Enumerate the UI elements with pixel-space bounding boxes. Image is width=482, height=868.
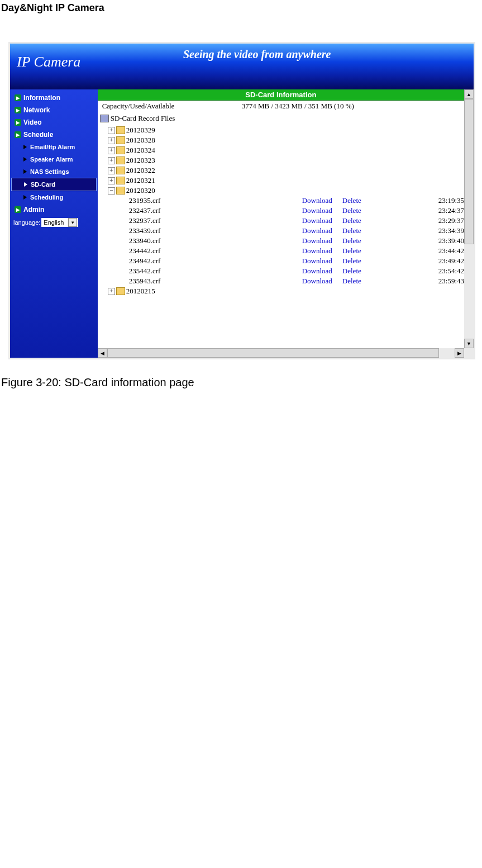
delete-link[interactable]: Delete — [342, 257, 361, 265]
delete-link[interactable]: Delete — [342, 267, 361, 276]
delete-link[interactable]: Delete — [342, 206, 361, 215]
folder-icon — [116, 156, 125, 164]
file-row: 232937.crfDownloadDelete23:29:37 — [129, 216, 464, 226]
file-row: 234942.crfDownloadDelete23:49:42 — [129, 256, 464, 266]
folder-name: 20120322 — [126, 166, 155, 175]
delete-link[interactable]: Delete — [342, 226, 361, 235]
file-time: 23:19:35 — [438, 196, 464, 205]
expand-icon[interactable]: + — [108, 167, 115, 174]
file-name: 234942.crf — [129, 257, 302, 265]
folder-node[interactable]: +20120323 — [108, 155, 464, 165]
chevron-icon: ▶ — [15, 206, 21, 213]
file-time: 23:24:37 — [438, 206, 464, 215]
scroll-left-button[interactable]: ◀ — [98, 348, 107, 358]
file-name: 235943.crf — [129, 277, 302, 286]
download-link[interactable]: Download — [302, 226, 332, 235]
scroll-down-button[interactable]: ▼ — [464, 339, 474, 348]
folder-node[interactable]: +20120215 — [108, 286, 464, 296]
download-link[interactable]: Download — [302, 277, 332, 286]
content-area: SD-Card Information Capacity/Used/Availa… — [98, 89, 474, 358]
language-select[interactable]: English ▼ — [41, 218, 78, 227]
sidebar-item-information[interactable]: ▶Information — [10, 92, 98, 104]
expand-icon[interactable]: + — [108, 288, 115, 295]
scroll-thumb[interactable] — [464, 99, 474, 244]
disk-icon — [100, 115, 109, 122]
file-name: 231935.crf — [129, 196, 302, 205]
download-link[interactable]: Download — [302, 246, 332, 255]
sidebar-item-speaker-alarm[interactable]: Speaker Alarm — [10, 153, 98, 165]
folder-node[interactable]: +20120321 — [108, 176, 464, 186]
folder-name: 20120329 — [126, 126, 155, 135]
expand-icon[interactable]: + — [108, 127, 115, 134]
sidebar-item-label: Email/ftp Alarm — [30, 144, 75, 150]
folder-node-open[interactable]: −20120320 — [108, 186, 464, 196]
sidebar-item-label: Video — [23, 118, 41, 126]
chevron-icon: ▶ — [15, 107, 21, 113]
folder-icon — [116, 177, 125, 184]
collapse-icon[interactable]: − — [108, 187, 115, 195]
folder-node[interactable]: +20120324 — [108, 145, 464, 155]
delete-link[interactable]: Delete — [342, 236, 361, 245]
sidebar-item-video[interactable]: ▶Video — [10, 116, 98, 129]
expand-icon[interactable]: + — [108, 137, 115, 144]
delete-link[interactable]: Delete — [342, 216, 361, 225]
triangle-icon — [23, 145, 27, 149]
doc-title: Day&Night IP Camera — [0, 0, 482, 14]
folder-icon — [116, 126, 125, 134]
horizontal-scrollbar[interactable]: ◀ ▶ — [98, 348, 464, 358]
folder-node[interactable]: +20120328 — [108, 135, 464, 145]
triangle-icon — [24, 182, 27, 187]
folder-name: 20120320 — [126, 186, 155, 195]
sidebar-item-label: Information — [23, 94, 60, 102]
app-window: IP Camera Seeing the video from anywhere… — [8, 42, 475, 359]
scrollbar-corner — [464, 348, 474, 358]
file-row: 235442.crfDownloadDelete23:54:42 — [129, 266, 464, 276]
folder-name: 20120323 — [126, 156, 155, 165]
file-name: 235442.crf — [129, 267, 302, 276]
file-time: 23:34:39 — [438, 226, 464, 235]
file-name: 233940.crf — [129, 236, 302, 245]
delete-link[interactable]: Delete — [342, 277, 361, 286]
scroll-up-button[interactable]: ▲ — [464, 89, 474, 99]
file-time: 23:29:37 — [438, 216, 464, 225]
expand-icon[interactable]: + — [108, 147, 115, 154]
file-name: 232437.crf — [129, 206, 302, 215]
sidebar-item-email-ftp-alarm[interactable]: Email/ftp Alarm — [10, 141, 98, 153]
download-link[interactable]: Download — [302, 236, 332, 245]
folder-name: 20120321 — [126, 176, 155, 185]
sidebar-item-scheduling[interactable]: Scheduling — [10, 191, 98, 203]
file-name: 233439.crf — [129, 226, 302, 235]
folder-icon — [116, 136, 125, 144]
sidebar-item-network[interactable]: ▶Network — [10, 104, 98, 116]
file-row: 235943.crfDownloadDelete23:59:43 — [129, 276, 464, 286]
file-row: 234442.crfDownloadDelete23:44:42 — [129, 246, 464, 256]
folder-name: 20120328 — [126, 136, 155, 145]
folder-node[interactable]: +20120329 — [108, 125, 464, 135]
file-time: 23:59:43 — [438, 277, 464, 286]
triangle-icon — [23, 195, 27, 200]
scroll-right-button[interactable]: ▶ — [455, 348, 464, 358]
vertical-scrollbar[interactable]: ▲ ▼ — [464, 89, 474, 348]
file-row: 233439.crfDownloadDelete23:34:39 — [129, 226, 464, 236]
download-link[interactable]: Download — [302, 206, 332, 215]
file-time: 23:39:40 — [438, 236, 464, 245]
tagline: Seeing the video from anywhere — [183, 48, 331, 61]
download-link[interactable]: Download — [302, 196, 332, 205]
delete-link[interactable]: Delete — [342, 196, 361, 205]
scroll-thumb[interactable] — [107, 348, 439, 358]
dropdown-icon: ▼ — [68, 218, 77, 227]
delete-link[interactable]: Delete — [342, 246, 361, 255]
sidebar-item-sd-card[interactable]: SD-Card — [11, 178, 97, 191]
file-time: 23:54:42 — [438, 267, 464, 276]
folder-node[interactable]: +20120322 — [108, 165, 464, 176]
sidebar-item-schedule[interactable]: ▶Schedule — [10, 129, 98, 141]
sidebar-item-admin[interactable]: ▶Admin — [10, 203, 98, 216]
sidebar-item-nas-settings[interactable]: NAS Settings — [10, 165, 98, 178]
expand-icon[interactable]: + — [108, 157, 115, 164]
download-link[interactable]: Download — [302, 267, 332, 276]
download-link[interactable]: Download — [302, 216, 332, 225]
expand-icon[interactable]: + — [108, 177, 115, 184]
download-link[interactable]: Download — [302, 257, 332, 265]
capacity-label: Capacity/Used/Available — [102, 102, 242, 111]
triangle-icon — [23, 157, 27, 162]
